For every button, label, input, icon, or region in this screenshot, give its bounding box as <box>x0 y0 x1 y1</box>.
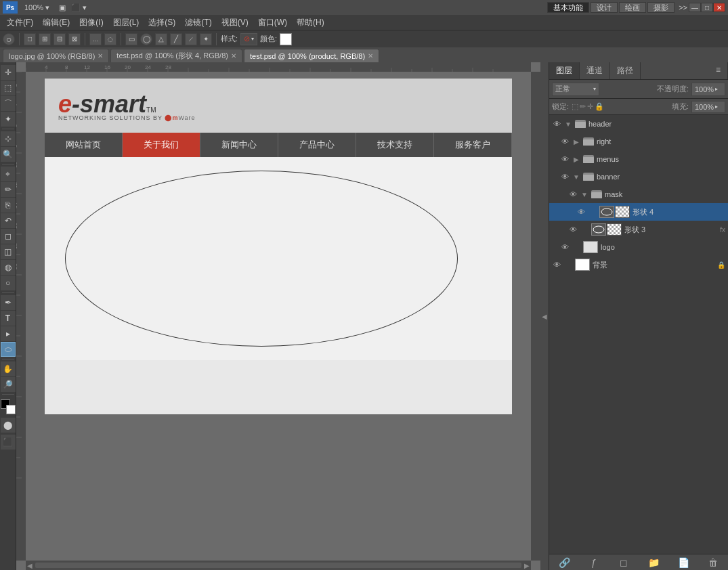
marquee-tool[interactable]: ⬚ <box>1 81 16 95</box>
new-group-button[interactable]: 📁 <box>647 556 660 569</box>
crop-tool[interactable]: ⊹ <box>1 131 16 146</box>
delete-layer-button[interactable]: 🗑 <box>706 556 720 569</box>
menu-select[interactable]: 选择(S) <box>144 16 179 30</box>
close-button[interactable]: ✕ <box>713 3 725 12</box>
layer-item-banner[interactable]: 👁 ▼ banner <box>549 168 728 185</box>
custom-shape-icon[interactable]: ✦ <box>200 33 212 45</box>
color-swatch[interactable] <box>280 33 292 45</box>
menu-layer[interactable]: 图层(L) <box>109 16 144 30</box>
blur-tool[interactable]: ◍ <box>1 260 16 275</box>
intersect-selection-icon[interactable]: ⊠ <box>68 33 81 45</box>
fill-input[interactable]: 100% ▸ <box>691 101 725 113</box>
scroll-left-arrow[interactable]: ◀ <box>27 562 33 569</box>
menu-image[interactable]: 图像(I) <box>75 16 107 30</box>
fg-bg-colors[interactable] <box>1 399 16 414</box>
subtract-selection-icon[interactable]: ⊟ <box>53 33 66 45</box>
maximize-button[interactable]: □ <box>701 3 713 12</box>
layer-expand-banner[interactable]: ▼ <box>572 173 580 181</box>
tab-channels[interactable]: 通道 <box>580 62 610 79</box>
add-style-button[interactable]: ƒ <box>587 556 601 569</box>
workspace-btn-photo[interactable]: 摄影 <box>647 2 675 13</box>
layer-expand-header[interactable]: ▼ <box>564 120 572 128</box>
eraser-tool[interactable]: ◻ <box>1 229 16 244</box>
add-selection-icon[interactable]: ⊞ <box>39 33 51 45</box>
layer-item-background[interactable]: 👁 ▶ 背景 🔒 <box>549 256 728 273</box>
add-mask-button[interactable]: ◻ <box>617 556 630 569</box>
shape-tool[interactable]: ⬭ <box>1 342 16 357</box>
menu-view[interactable]: 视图(V) <box>217 16 253 30</box>
path-select-tool[interactable]: ▸ <box>1 326 16 341</box>
blend-mode-dropdown[interactable]: 正常 ▾ <box>552 83 599 96</box>
tab-layers[interactable]: 图层 <box>549 62 580 79</box>
nav-support[interactable]: 技术支持 <box>356 133 434 157</box>
workspace-btn-basic[interactable]: 基本功能 <box>547 2 589 13</box>
pen-tool[interactable]: ✒ <box>1 295 16 310</box>
menu-edit[interactable]: 编辑(E) <box>39 16 74 30</box>
gradient-tool[interactable]: ◫ <box>1 244 16 259</box>
layer-item-shape4[interactable]: 👁 ▶ 形状 4 <box>549 203 728 221</box>
new-layer-button[interactable]: 📄 <box>677 556 690 569</box>
layer-vis-banner[interactable]: 👁 <box>560 172 570 181</box>
type-tool[interactable]: T <box>1 311 16 326</box>
minimize-button[interactable]: — <box>689 3 701 12</box>
zoom-tool[interactable]: 🔎 <box>1 377 16 392</box>
scroll-right-arrow[interactable]: ▶ <box>524 562 530 569</box>
layer-item-mask[interactable]: 👁 ▼ mask <box>549 185 728 203</box>
background-color[interactable] <box>6 405 16 414</box>
brush-tool[interactable]: ✏ <box>1 182 16 197</box>
style-dropdown[interactable]: ⊘▾ <box>240 33 257 45</box>
doc-tab-close-logo[interactable]: ✕ <box>98 52 103 60</box>
layer-item-right[interactable]: 👁 ▶ right <box>549 133 728 150</box>
layer-vis-mask[interactable]: 👁 <box>568 190 578 199</box>
doc-tab-close-test1[interactable]: ✕ <box>231 52 236 60</box>
menu-filter[interactable]: 滤镜(T) <box>181 16 215 30</box>
layer-expand-background[interactable]: ▶ <box>564 261 572 269</box>
expand-icon[interactable]: >> <box>679 3 687 12</box>
triangle-tool-icon[interactable]: △ <box>155 33 167 45</box>
lock-all-icon[interactable]: 🔒 <box>595 102 604 111</box>
link-layers-button[interactable]: 🔗 <box>557 556 571 569</box>
tab-paths[interactable]: 路径 <box>610 62 641 79</box>
magic-wand-tool[interactable]: ✦ <box>1 112 16 127</box>
line-tool-icon[interactable]: ╱ <box>170 33 182 45</box>
nav-about[interactable]: 关于我们 <box>123 133 200 157</box>
nav-news[interactable]: 新闻中心 <box>200 133 278 157</box>
layer-vis-background[interactable]: 👁 <box>552 260 561 269</box>
clone-stamp-tool[interactable]: ⎘ <box>1 198 16 213</box>
spot-healing-tool[interactable]: ⌖ <box>1 167 16 181</box>
layer-item-menus[interactable]: 👁 ▶ menus <box>549 150 728 168</box>
move-tool[interactable]: ✛ <box>1 65 16 80</box>
anti-alias-icon[interactable]: ◌ <box>104 33 116 45</box>
ellipse-select-icon[interactable]: ○ <box>3 33 15 45</box>
panel-menu-icon[interactable]: ≡ <box>709 62 728 79</box>
doc-tab-test2[interactable]: test.psd @ 100% (product, RGB/8) ✕ <box>244 49 379 62</box>
feather-icon[interactable]: ... <box>89 33 102 45</box>
scrollbar-bottom[interactable]: ◀ ▶ <box>26 561 531 570</box>
layer-expand-logo[interactable]: ▶ <box>572 243 580 251</box>
layer-expand-shape4[interactable]: ▶ <box>588 208 597 216</box>
path-tool-icon[interactable]: ⟋ <box>185 33 197 45</box>
circle-tool-icon[interactable]: ◯ <box>140 33 152 45</box>
layer-vis-shape3[interactable]: 👁 <box>568 225 578 234</box>
lock-transparent-icon[interactable]: ⬚ <box>572 102 578 111</box>
screen-mode-icon[interactable]: ▣ <box>59 3 66 12</box>
layer-expand-shape3[interactable]: ▶ <box>580 225 588 234</box>
panel-collapse-button[interactable]: ◀ <box>540 62 549 570</box>
layer-vis-logo[interactable]: 👁 <box>560 242 570 252</box>
history-brush-tool[interactable]: ↶ <box>1 213 16 228</box>
screen-mode-toggle[interactable]: ⬛ <box>1 435 16 450</box>
layer-vis-menus[interactable]: 👁 <box>560 154 570 164</box>
nav-home[interactable]: 网站首页 <box>45 133 123 157</box>
layer-expand-mask[interactable]: ▼ <box>580 190 588 198</box>
layer-vis-right[interactable]: 👁 <box>560 137 570 146</box>
menu-help[interactable]: 帮助(H) <box>293 16 328 30</box>
lock-pixels-icon[interactable]: ✏ <box>580 102 586 111</box>
workspace-btn-design[interactable]: 设计 <box>591 2 618 13</box>
menu-file[interactable]: 文件(F) <box>3 16 37 30</box>
workspace-btn-paint[interactable]: 绘画 <box>619 2 646 13</box>
new-selection-icon[interactable]: □ <box>24 33 36 45</box>
scrollbar-right[interactable] <box>531 72 540 561</box>
hand-tool[interactable]: ✋ <box>1 361 16 376</box>
lasso-tool[interactable]: ⌒ <box>1 96 16 111</box>
doc-tab-close-test2[interactable]: ✕ <box>368 52 373 60</box>
